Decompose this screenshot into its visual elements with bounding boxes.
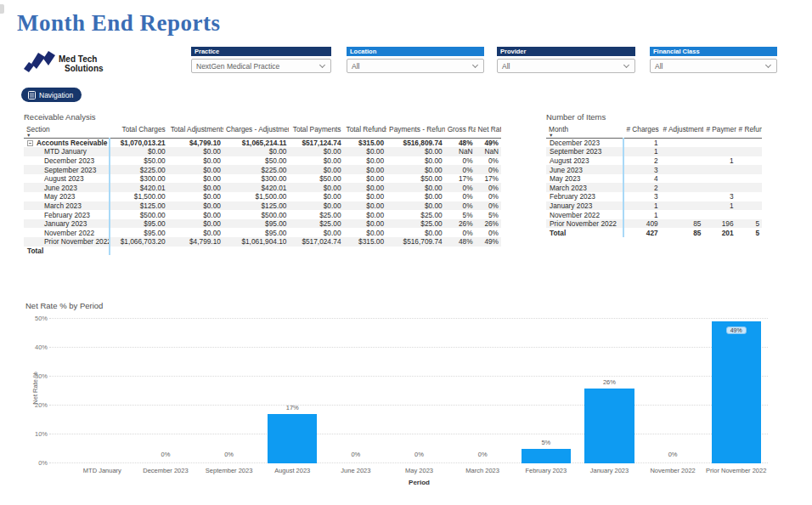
table-row[interactable]: May 20234 <box>546 174 762 184</box>
value-cell: $300.00 <box>110 174 168 184</box>
value-cell: 1 <box>623 201 660 211</box>
chart-slot: 26% <box>578 319 641 463</box>
column-header[interactable]: Charges - Adjustments <box>223 124 290 139</box>
value-cell: 3 <box>703 192 736 201</box>
column-header[interactable]: Total Refunds <box>344 124 387 139</box>
table-row[interactable]: September 20231 <box>546 147 762 156</box>
table-row[interactable]: March 2023$125.00$0.00$125.00$0.00$0.00$… <box>24 201 501 211</box>
table-row[interactable]: Prior November 2022409851965 <box>546 219 762 229</box>
column-header[interactable]: # Charges <box>623 124 660 139</box>
table-row[interactable]: January 2023$95.00$0.00$95.00$25.00$0.00… <box>24 219 501 229</box>
column-header[interactable]: Month▼ <box>546 124 623 139</box>
value-cell: $1,070,013.21 <box>110 139 168 148</box>
chart-slot: 0% <box>324 319 388 463</box>
value-cell <box>703 147 736 156</box>
value-cell: $0.00 <box>386 156 445 166</box>
table-row[interactable]: February 2023$500.00$0.00$500.00$25.00$0… <box>24 210 501 219</box>
value-cell: 0% <box>476 156 501 166</box>
column-header[interactable]: # Adjustments <box>661 124 704 139</box>
table-row[interactable]: MTD January$0.00$0.00$0.00$0.00$0.00$0.0… <box>24 147 501 156</box>
chart-bar[interactable] <box>712 321 761 463</box>
value-cell <box>661 210 704 219</box>
number-of-items-header: Month▼# Charges# Adjustments# Payments# … <box>546 124 762 139</box>
row-label-cell: February 2023 <box>546 192 623 201</box>
table-row[interactable]: August 2023$300.00$0.00$300.00$50.00$0.0… <box>24 174 501 184</box>
table-row[interactable]: September 2023$225.00$0.00$225.00$0.00$0… <box>24 165 501 174</box>
value-cell: $0.00 <box>289 201 343 211</box>
column-header[interactable]: # Refunds <box>736 124 763 139</box>
table-row[interactable]: March 20232 <box>546 183 762 192</box>
sort-descending-icon: ▼ <box>26 133 107 138</box>
value-cell: $225.00 <box>223 165 290 174</box>
value-cell: 5% <box>476 210 501 219</box>
value-cell <box>445 247 476 256</box>
column-header[interactable]: Total Adjustments <box>168 124 223 139</box>
table-row[interactable]: November 20221 <box>546 210 762 219</box>
table-row[interactable]: August 202321 <box>546 156 762 166</box>
table-row[interactable]: November 2022$95.00$0.00$95.00$0.00$0.00… <box>24 228 501 237</box>
navigation-button[interactable]: Navigation <box>21 88 82 102</box>
chart-title: Net Rate % by Period <box>25 301 103 310</box>
value-cell: $4,799.10 <box>168 237 223 247</box>
column-header[interactable]: Net Rate <box>476 124 501 139</box>
slicer-practice-dropdown[interactable]: NextGen Medical Practice <box>191 59 331 73</box>
value-cell <box>661 183 704 192</box>
row-label-cell: November 2022 <box>24 228 110 237</box>
collapse-icon[interactable] <box>27 140 33 146</box>
column-header[interactable]: Total Payments <box>289 124 343 139</box>
table-row[interactable]: June 20233 <box>546 165 762 174</box>
table-row[interactable]: December 2023$50.00$0.00$50.00$0.00$0.00… <box>24 156 501 166</box>
chart-slot: 17% <box>261 319 324 463</box>
chart-bar[interactable] <box>584 389 634 463</box>
column-header[interactable]: Payments - Refunds <box>386 124 445 139</box>
value-cell: $0.00 <box>289 147 343 156</box>
row-label-cell: May 2023 <box>24 192 110 201</box>
bar-data-label: 5% <box>514 439 578 446</box>
receivable-analysis-title: Receivable Analysis <box>24 112 501 122</box>
highlighted-data-label: 49% <box>726 326 747 334</box>
table-row[interactable]: December 20231 <box>546 139 762 148</box>
y-axis-tick: 40% <box>25 343 48 351</box>
value-cell: 1 <box>703 201 736 211</box>
table-row[interactable]: January 202311 <box>546 201 762 211</box>
slicer-location-dropdown[interactable]: All <box>347 59 484 73</box>
bar-data-label: 0% <box>387 451 451 458</box>
slicer-provider-dropdown[interactable]: All <box>497 59 635 73</box>
value-cell: $517,124.74 <box>289 139 343 148</box>
value-cell <box>703 210 736 219</box>
chart-x-axis-labels: MTD JanuaryDecember 2023September 2023Au… <box>70 467 768 474</box>
chart-slot: 0% <box>387 319 451 463</box>
value-cell: $0.00 <box>168 228 223 237</box>
chart-slot <box>70 319 134 463</box>
value-cell: $0.00 <box>386 192 445 201</box>
navigation-button-label: Navigation <box>39 91 73 99</box>
value-cell <box>661 156 704 166</box>
column-header[interactable]: Gross Rate <box>445 124 476 139</box>
value-cell <box>703 165 736 174</box>
table-row[interactable]: February 202333 <box>546 192 762 201</box>
column-header[interactable]: Section▼ <box>24 124 110 139</box>
chevron-down-icon <box>623 61 629 67</box>
value-cell: $0.00 <box>289 192 343 201</box>
column-header[interactable]: Total Charges <box>110 124 168 139</box>
value-cell: 3 <box>623 165 660 174</box>
table-row[interactable]: Total427852015 <box>546 228 762 237</box>
y-axis-tick: 10% <box>25 430 48 438</box>
value-cell: $0.00 <box>168 192 223 201</box>
value-cell <box>223 247 290 256</box>
table-row[interactable]: Total <box>24 247 501 256</box>
table-row[interactable]: June 2023$420.01$0.00$420.01$0.00$0.00$0… <box>24 183 501 192</box>
table-row[interactable]: Accounts Receivable$1,070,013.21$4,799.1… <box>24 139 501 148</box>
value-cell <box>736 156 763 166</box>
value-cell: 0% <box>476 183 501 192</box>
value-cell <box>736 201 763 211</box>
table-row[interactable]: Prior November 2022$1,066,703.20$4,799.1… <box>24 237 501 247</box>
chart-slot: 5% <box>514 319 578 463</box>
value-cell: $0.00 <box>168 183 223 192</box>
bar-data-label: 0% <box>134 451 198 458</box>
slicer-financial-class-dropdown[interactable]: All <box>650 59 777 73</box>
chart-bar[interactable] <box>522 449 571 463</box>
column-header[interactable]: # Payments <box>703 124 736 139</box>
chart-bar[interactable] <box>268 414 317 463</box>
table-row[interactable]: May 2023$1,500.00$0.00$1,500.00$0.00$0.0… <box>24 192 501 201</box>
